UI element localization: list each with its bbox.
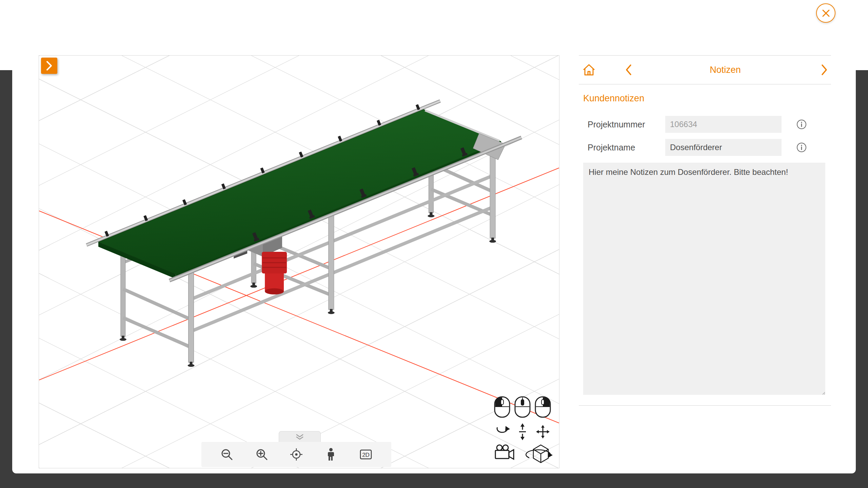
chevron-double-down-icon (295, 434, 304, 440)
view-toolbar: 2D (201, 442, 391, 467)
viewport-3d[interactable]: 2D (39, 55, 559, 468)
toolbar-collapse-handle[interactable] (279, 431, 321, 442)
close-icon (822, 9, 830, 18)
svg-text:2D: 2D (362, 452, 370, 458)
panel-title: Notizen (619, 65, 831, 75)
mouse-wheel-icon (515, 397, 530, 417)
project-name-label: Projektname (588, 143, 665, 152)
zoom-out-button[interactable] (218, 445, 236, 464)
screen: 2D (0, 0, 868, 488)
project-name-info-button[interactable] (796, 142, 807, 152)
expand-panel-button[interactable] (41, 58, 57, 74)
zoom-in-button[interactable] (253, 445, 271, 464)
2d-view-icon: 2D (357, 446, 375, 463)
2d-view-button[interactable]: 2D (357, 445, 375, 464)
home-button[interactable] (581, 62, 596, 77)
project-number-input[interactable] (665, 116, 782, 133)
orbit-cube-icon (526, 445, 553, 463)
zoom-axis-icon (519, 423, 526, 440)
human-scale-button[interactable] (322, 445, 340, 464)
panel-header: Notizen (579, 55, 831, 84)
panel-bottom-divider (579, 405, 831, 406)
project-number-info-button[interactable] (796, 119, 807, 129)
zoom-out-icon (219, 446, 235, 463)
chevron-right-icon (820, 64, 828, 76)
chevron-right-icon (41, 58, 57, 74)
person-icon (323, 446, 339, 463)
close-button[interactable] (816, 3, 835, 23)
panel-body: Kundennotizen Projektnummer Projektname (579, 93, 831, 406)
mouse-left-button-icon (495, 397, 510, 417)
project-number-row: Projektnummer (588, 116, 831, 133)
info-icon (796, 119, 807, 129)
center-view-button[interactable] (287, 445, 305, 464)
project-name-row: Projektname (588, 139, 831, 156)
camera-icon (495, 445, 514, 459)
pan-move-icon (536, 425, 550, 439)
notes-panel: Notizen Kundennotizen Projektnummer (579, 55, 831, 406)
zoom-in-icon (254, 446, 270, 463)
forward-button[interactable] (820, 64, 828, 76)
configurator-modal: 2D (12, 12, 856, 473)
home-icon (581, 62, 596, 77)
crosshair-target-icon (288, 446, 304, 463)
mouse-right-button-icon (535, 397, 550, 417)
section-title: Kundennotizen (583, 93, 831, 104)
project-number-label: Projektnummer (588, 120, 665, 129)
conveyor-3d-scene[interactable] (39, 56, 559, 468)
rotate-icon (497, 426, 510, 432)
project-name-input[interactable] (665, 139, 782, 156)
mouse-controls-hint (494, 396, 554, 467)
info-icon (796, 142, 807, 152)
customer-notes-textarea[interactable]: Hier meine Notizen zum Dosenförderer. Bi… (583, 163, 825, 395)
